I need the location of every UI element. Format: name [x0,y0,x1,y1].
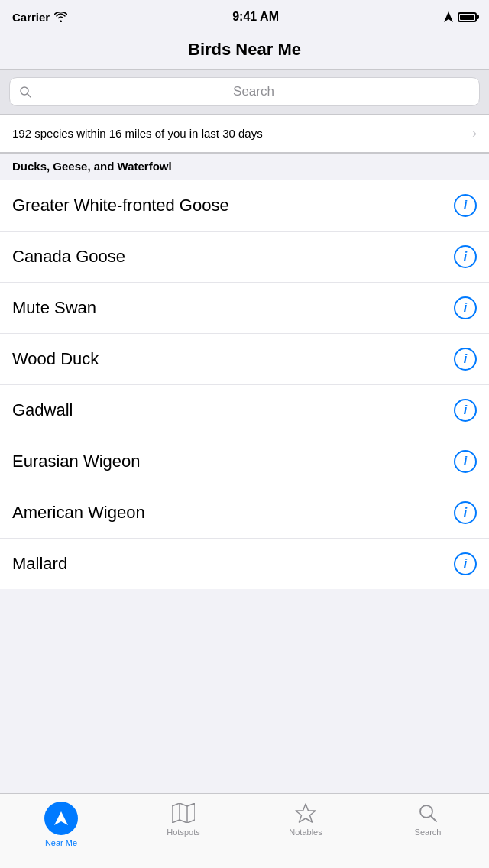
list-item[interactable]: Mute Swan i [0,283,489,334]
info-button[interactable]: i [454,348,477,371]
search-input[interactable] [37,84,470,99]
tab-hotspots[interactable]: Hotspots [122,802,244,837]
svg-line-7 [431,816,436,821]
status-left: Carrier [12,11,67,24]
bird-name: Wood Duck [12,349,99,369]
tab-near-me-label: Near Me [45,838,77,847]
chevron-right-icon: › [472,125,477,141]
tab-hotspots-label: Hotspots [167,828,199,837]
status-bar: Carrier 9:41 AM [0,0,489,34]
section-header-waterfowl: Ducks, Geese, and Waterfowl [0,153,489,180]
tab-notables-label: Notables [289,828,322,837]
tab-bar: Near Me Hotspots Notables [0,793,489,868]
arrow-location-icon [53,810,70,827]
info-button[interactable]: i [454,450,477,473]
bird-name: Greater White-fronted Goose [12,196,229,215]
hotspots-icon [172,802,195,824]
bird-name: Mallard [12,554,67,574]
search-bar[interactable] [9,77,480,106]
info-button[interactable]: i [454,245,477,268]
tab-search-label: Search [415,828,442,837]
info-button[interactable]: i [454,194,477,217]
notables-icon [294,802,317,824]
battery-indicator [458,12,477,22]
carrier-label: Carrier [12,11,50,24]
bird-name: Gadwall [12,400,73,420]
bird-name: Eurasian Wigeon [12,452,141,471]
location-icon [444,11,453,22]
tab-notables[interactable]: Notables [244,802,367,837]
species-count-text: 192 species within 16 miles of you in la… [12,125,472,141]
bird-name: Canada Goose [12,247,125,267]
wifi-icon [54,12,67,22]
page-header: Birds Near Me [0,34,489,70]
bird-name: American Wigeon [12,503,145,523]
list-item[interactable]: Wood Duck i [0,334,489,385]
search-icon [19,86,31,98]
list-item[interactable]: Canada Goose i [0,232,489,283]
time-display: 9:41 AM [232,10,279,24]
bird-name: Mute Swan [12,298,96,318]
info-button[interactable]: i [454,399,477,422]
list-item[interactable]: Eurasian Wigeon i [0,436,489,487]
info-button[interactable]: i [454,296,477,319]
svg-marker-2 [172,803,195,823]
list-item[interactable]: American Wigeon i [0,487,489,539]
status-right [444,11,477,22]
svg-marker-5 [296,804,316,822]
tab-search[interactable]: Search [367,802,489,837]
section-header-title: Ducks, Geese, and Waterfowl [12,160,172,173]
info-button[interactable]: i [454,552,477,575]
near-me-icon-circle [44,802,78,835]
info-button[interactable]: i [454,501,477,524]
search-container [0,70,489,115]
bird-list: Greater White-fronted Goose i Canada Goo… [0,180,489,589]
species-count-row[interactable]: 192 species within 16 miles of you in la… [0,115,489,153]
list-item[interactable]: Gadwall i [0,385,489,436]
tab-near-me[interactable]: Near Me [0,802,122,847]
svg-line-1 [28,94,31,97]
page-title: Birds Near Me [0,40,489,60]
content-area: 192 species within 16 miles of you in la… [0,70,489,829]
list-item[interactable]: Mallard i [0,539,489,589]
list-item[interactable]: Greater White-fronted Goose i [0,180,489,232]
search-tab-icon [416,802,439,824]
